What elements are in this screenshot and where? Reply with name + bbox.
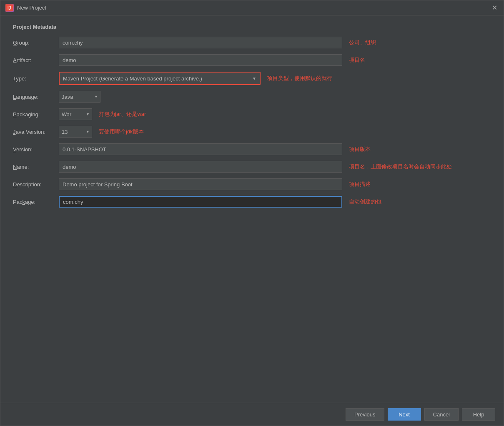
description-label: Description:	[13, 181, 59, 188]
java-version-select[interactable]: 8 11 13 17	[59, 126, 92, 138]
next-button[interactable]: Next	[388, 408, 421, 421]
type-annotation: 项目类型，使用默认的就行	[267, 75, 332, 82]
type-select-wrapper: Maven Project (Generate a Maven based pr…	[59, 72, 261, 85]
new-project-dialog: IJ New Project ✕ Project Metadata Group:…	[0, 0, 504, 426]
group-label: Group:	[13, 40, 59, 46]
version-input[interactable]	[59, 143, 342, 155]
group-input[interactable]	[59, 37, 342, 48]
package-row: Package: 自动创建的包	[13, 196, 491, 208]
description-annotation: 项目描述	[349, 180, 371, 188]
help-button[interactable]: Help	[462, 408, 495, 421]
language-label: Language:	[13, 94, 59, 100]
packaging-select[interactable]: War Jar	[59, 108, 92, 120]
packaging-select-wrapper: War Jar	[59, 108, 92, 120]
close-button[interactable]: ✕	[490, 4, 499, 12]
packaging-label: Packaging:	[13, 111, 59, 118]
artifact-input[interactable]	[59, 54, 342, 66]
group-annotation: 公司、组织	[349, 39, 376, 46]
name-input[interactable]	[59, 161, 342, 173]
svg-text:IJ: IJ	[8, 6, 11, 10]
cancel-button[interactable]: Cancel	[424, 408, 459, 421]
package-input[interactable]	[59, 196, 342, 208]
previous-button[interactable]: Previous	[346, 408, 384, 421]
java-version-annotation: 要使用哪个jdk版本	[99, 128, 144, 135]
java-version-select-wrapper: 8 11 13 17	[59, 126, 92, 138]
version-label: Version:	[13, 146, 59, 153]
packaging-row: Packaging: War Jar 打包为jar、还是war	[13, 108, 491, 120]
type-select[interactable]: Maven Project (Generate a Maven based pr…	[60, 73, 260, 84]
package-label: Package:	[13, 199, 59, 205]
dialog-content: Project Metadata Group: 公司、组织 Artifact: …	[0, 15, 504, 403]
dialog-title: New Project	[17, 5, 490, 11]
packaging-annotation: 打包为jar、还是war	[99, 110, 146, 118]
name-row: Name: 项目名，上面修改项目名时会自动同步此处	[13, 161, 491, 173]
language-row: Language: Java Kotlin Groovy	[13, 91, 491, 103]
java-version-label: Java Version:	[13, 129, 59, 135]
language-select-wrapper: Java Kotlin Groovy	[59, 91, 100, 103]
artifact-annotation: 项目名	[349, 56, 365, 64]
dialog-footer: Previous Next Cancel Help	[0, 403, 504, 426]
type-row: Type: Maven Project (Generate a Maven ba…	[13, 72, 491, 85]
app-icon: IJ	[5, 4, 14, 12]
language-select[interactable]: Java Kotlin Groovy	[59, 91, 100, 103]
artifact-row: Artifact: 项目名	[13, 54, 491, 66]
artifact-label: Artifact:	[13, 57, 59, 63]
title-bar: IJ New Project ✕	[0, 0, 504, 15]
name-annotation: 项目名，上面修改项目名时会自动同步此处	[349, 163, 452, 170]
section-title: Project Metadata	[13, 24, 491, 30]
java-version-row: Java Version: 8 11 13 17 要使用哪个jdk版本	[13, 126, 491, 138]
type-label: Type:	[13, 75, 59, 82]
name-label: Name:	[13, 164, 59, 170]
description-input[interactable]	[59, 178, 342, 190]
package-annotation: 自动创建的包	[349, 198, 381, 205]
version-row: Version: 项目版本	[13, 143, 491, 155]
group-row: Group: 公司、组织	[13, 37, 491, 48]
description-row: Description: 项目描述	[13, 178, 491, 190]
version-annotation: 项目版本	[349, 145, 371, 153]
